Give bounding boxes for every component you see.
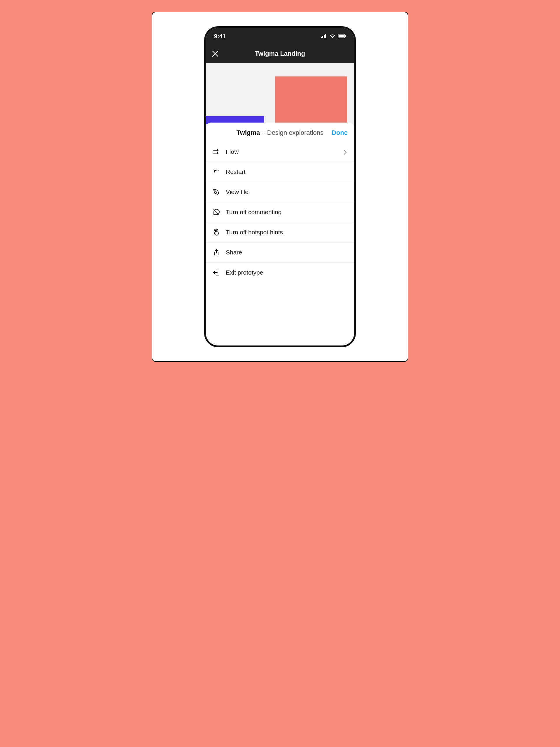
menu-item-commenting[interactable]: Turn off commenting [206, 202, 354, 222]
menu-label: Restart [226, 169, 348, 175]
options-sheet: Twigma – Design explorations Done Flow [206, 123, 354, 345]
canvas-shape-coral [275, 76, 347, 124]
outer-frame: 9:41 [152, 12, 408, 362]
share-icon [212, 248, 220, 257]
svg-rect-6 [345, 35, 346, 37]
menu-label: Exit prototype [226, 269, 348, 276]
sheet-header: Twigma – Design explorations Done [206, 123, 354, 142]
svg-line-13 [214, 209, 219, 215]
svg-rect-2 [324, 35, 325, 38]
svg-rect-5 [339, 35, 344, 37]
hotspot-icon [212, 228, 220, 236]
page-title: Twigma Landing [206, 50, 354, 57]
menu-label: Flow [226, 148, 338, 155]
menu-label: Turn off commenting [226, 209, 348, 216]
menu-label: Share [226, 249, 348, 256]
done-button[interactable]: Done [331, 129, 348, 136]
sheet-title-name: Twigma [237, 129, 260, 136]
signal-icon [321, 34, 327, 38]
status-time: 9:41 [214, 33, 226, 40]
battery-icon [338, 34, 346, 38]
pen-icon [212, 188, 220, 196]
menu-item-exit[interactable]: Exit prototype [206, 263, 354, 282]
nav-bar: Twigma Landing [206, 44, 354, 63]
svg-rect-3 [325, 34, 326, 38]
wifi-icon [329, 34, 336, 38]
close-button[interactable] [211, 50, 219, 58]
chevron-right-icon [344, 150, 348, 154]
menu-item-hotspot[interactable]: Turn off hotspot hints [206, 222, 354, 242]
close-icon [212, 50, 218, 57]
status-indicators [321, 34, 346, 38]
menu-label: Turn off hotspot hints [226, 229, 348, 236]
flow-icon [212, 148, 220, 156]
svg-rect-0 [321, 37, 322, 38]
sheet-title-rest: – Design explorations [260, 129, 323, 136]
canvas-preview [206, 63, 354, 124]
options-menu: Flow Restart [206, 142, 354, 282]
sheet-title: Twigma – Design explorations [237, 129, 323, 136]
menu-item-share[interactable]: Share [206, 242, 354, 263]
status-bar: 9:41 [206, 28, 354, 44]
phone-frame: 9:41 [204, 26, 356, 347]
svg-rect-1 [322, 36, 323, 38]
menu-label: View file [226, 188, 348, 196]
menu-item-restart[interactable]: Restart [206, 162, 354, 182]
exit-icon [212, 268, 220, 277]
menu-item-flow[interactable]: Flow [206, 142, 354, 162]
menu-item-viewfile[interactable]: View file [206, 182, 354, 202]
restart-icon [212, 168, 220, 176]
comment-off-icon [212, 208, 220, 216]
